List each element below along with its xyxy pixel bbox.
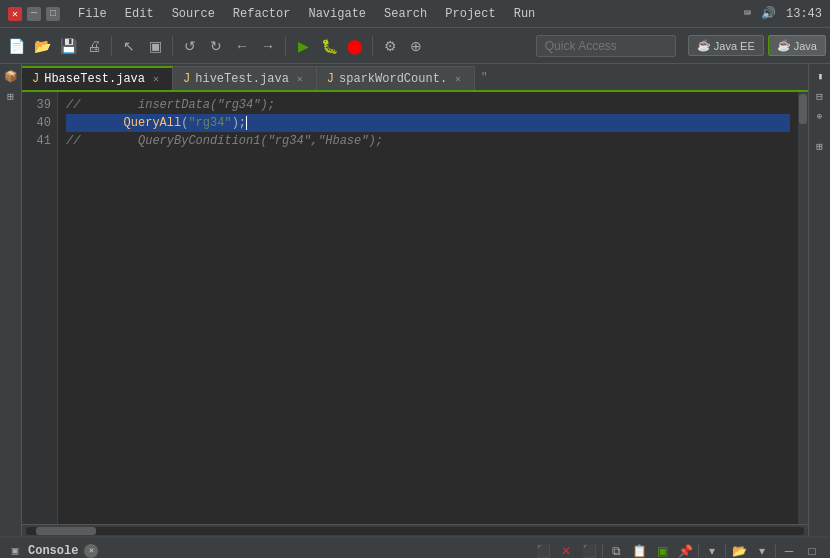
console-new-btn[interactable]: 📂	[729, 541, 749, 559]
main-area: 📦 ⊞ J HbaseTest.java ✕ J hiveTest.java ✕…	[0, 64, 830, 536]
run-prev-button[interactable]: ↺	[178, 34, 202, 58]
coverage-button[interactable]: ⬤	[343, 34, 367, 58]
cursor-button[interactable]: ↖	[117, 34, 141, 58]
console-badge: ✕	[84, 544, 98, 558]
console-select-btn[interactable]: ▣	[652, 541, 672, 559]
console-menu-btn[interactable]: ▾	[702, 541, 722, 559]
back-button[interactable]: ←	[230, 34, 254, 58]
menu-file[interactable]: File	[70, 5, 115, 23]
tab-hivetest[interactable]: J hiveTest.java ✕	[173, 66, 317, 90]
separator-2	[172, 36, 173, 56]
right-sidebar-icon-2[interactable]: ⊟	[812, 88, 828, 104]
console-sep-4	[775, 544, 776, 558]
sidebar-package-icon[interactable]: 📦	[3, 68, 19, 84]
speaker-icon: 🔊	[761, 6, 776, 21]
java-perspective[interactable]: ☕ Java	[768, 35, 826, 56]
editor-vscroll-thumb[interactable]	[799, 94, 807, 124]
java-file-icon: J	[32, 72, 39, 86]
console-terminate-btn[interactable]: ✕	[556, 541, 576, 559]
tab-hbasetest-label: HbaseTest.java	[44, 72, 145, 86]
console-sep-2	[698, 544, 699, 558]
select-button[interactable]: ▣	[143, 34, 167, 58]
editor-hscroll-thumb[interactable]	[36, 527, 96, 535]
left-sidebar: 📦 ⊞	[0, 64, 22, 536]
console-sep-3	[725, 544, 726, 558]
code-editor[interactable]: 39 40 41 // insertData("rg34"); QueryAll…	[22, 92, 808, 524]
console-area: ▣ Console ✕ ⬛ ✕ ⬛ ⧉ 📋 ▣ 📌 ▾ 📂 ▾ ─ □ <ter…	[0, 536, 830, 558]
console-minimize-btn[interactable]: ─	[779, 541, 799, 559]
toolbar: 📄 📂 💾 🖨 ↖ ▣ ↺ ↻ ← → ▶ 🐛 ⬤ ⚙ ⊕ ☕ Java EE …	[0, 28, 830, 64]
tab-hivetest-label: hiveTest.java	[195, 72, 289, 86]
keyboard-icon: ⌨	[744, 6, 751, 21]
settings-btn2[interactable]: ⚙	[378, 34, 402, 58]
line-numbers: 39 40 41	[22, 92, 58, 524]
console-title: Console	[28, 544, 78, 558]
save-button[interactable]: 💾	[56, 34, 80, 58]
quick-access-input[interactable]	[536, 35, 676, 57]
extra-btn[interactable]: ⊕	[404, 34, 428, 58]
tab-bar: J HbaseTest.java ✕ J hiveTest.java ✕ J s…	[22, 64, 808, 92]
code-line-40: QueryAll("rg34");	[66, 114, 790, 132]
code-line-41: // QueryByCondition1("rg34","Hbase");	[66, 132, 790, 150]
console-sep-1	[602, 544, 603, 558]
menu-navigate[interactable]: Navigate	[300, 5, 374, 23]
tab-sparkwc-label: sparkWordCount.	[339, 72, 447, 86]
editor-hscroll[interactable]	[22, 524, 808, 536]
code-content[interactable]: // insertData("rg34"); QueryAll("rg34");…	[58, 92, 798, 524]
tab-hbasetest[interactable]: J HbaseTest.java ✕	[22, 66, 173, 90]
forward-button[interactable]: →	[256, 34, 280, 58]
hivetest-file-icon: J	[183, 72, 190, 86]
menu-source[interactable]: Source	[164, 5, 223, 23]
tab-sparkwc-close[interactable]: ✕	[452, 73, 464, 85]
print-button[interactable]: 🖨	[82, 34, 106, 58]
console-dropdown-btn[interactable]: ▾	[752, 541, 772, 559]
menu-edit[interactable]: Edit	[117, 5, 162, 23]
new-button[interactable]: 📄	[4, 34, 28, 58]
right-sidebar-icon-3[interactable]: ⊕	[812, 108, 828, 124]
quick-access-box	[536, 35, 676, 57]
java-ee-icon: ☕	[697, 39, 711, 52]
console-pin-btn[interactable]: 📌	[675, 541, 695, 559]
console-maximize-btn[interactable]: □	[802, 541, 822, 559]
console-copy-btn[interactable]: ⧉	[606, 541, 626, 559]
right-sidebar: ▮ ⊟ ⊕ ⊞	[808, 64, 830, 536]
menu-refactor[interactable]: Refactor	[225, 5, 299, 23]
tab-overflow[interactable]: "	[475, 71, 494, 83]
console-stop-btn[interactable]: ⬛	[579, 541, 599, 559]
sparkwc-file-icon: J	[327, 72, 334, 86]
run-button[interactable]: ▶	[291, 34, 315, 58]
debug-button[interactable]: 🐛	[317, 34, 341, 58]
right-sidebar-icon-1[interactable]: ▮	[812, 68, 828, 84]
menu-run[interactable]: Run	[506, 5, 544, 23]
sidebar-hierarchy-icon[interactable]: ⊞	[3, 88, 19, 104]
menu-project[interactable]: Project	[437, 5, 503, 23]
console-clear-btn[interactable]: ⬛	[533, 541, 553, 559]
code-line-39: // insertData("rg34");	[66, 96, 790, 114]
tab-hivetest-close[interactable]: ✕	[294, 73, 306, 85]
perspective-buttons: ☕ Java EE ☕ Java	[688, 35, 826, 56]
java-icon: ☕	[777, 39, 791, 52]
open-button[interactable]: 📂	[30, 34, 54, 58]
console-toolbar: ⬛ ✕ ⬛ ⧉ 📋 ▣ 📌 ▾ 📂 ▾ ─ □	[533, 541, 822, 559]
titlebar: ✕ ─ □ File Edit Source Refactor Navigate…	[0, 0, 830, 28]
editor-vscroll[interactable]	[798, 92, 808, 524]
console-header: ▣ Console ✕ ⬛ ✕ ⬛ ⧉ 📋 ▣ 📌 ▾ 📂 ▾ ─ □	[0, 538, 830, 558]
maximize-button[interactable]: □	[46, 7, 60, 21]
tab-hbasetest-close[interactable]: ✕	[150, 73, 162, 85]
close-button[interactable]: ✕	[8, 7, 22, 21]
window-controls: ✕ ─ □	[8, 7, 60, 21]
separator-1	[111, 36, 112, 56]
menu-search[interactable]: Search	[376, 5, 435, 23]
run-next-button[interactable]: ↻	[204, 34, 228, 58]
clock: 13:43	[786, 7, 822, 21]
separator-3	[285, 36, 286, 56]
editor-area: J HbaseTest.java ✕ J hiveTest.java ✕ J s…	[22, 64, 808, 536]
console-monitor-icon: ▣	[8, 544, 22, 558]
minimize-button[interactable]: ─	[27, 7, 41, 21]
console-paste-btn[interactable]: 📋	[629, 541, 649, 559]
editor-hscroll-track[interactable]	[26, 527, 804, 535]
tab-sparkwordcount[interactable]: J sparkWordCount. ✕	[317, 66, 475, 90]
java-ee-perspective[interactable]: ☕ Java EE	[688, 35, 764, 56]
titlebar-right: ⌨ 🔊 13:43	[744, 6, 822, 21]
right-sidebar-icon-4[interactable]: ⊞	[812, 138, 828, 154]
